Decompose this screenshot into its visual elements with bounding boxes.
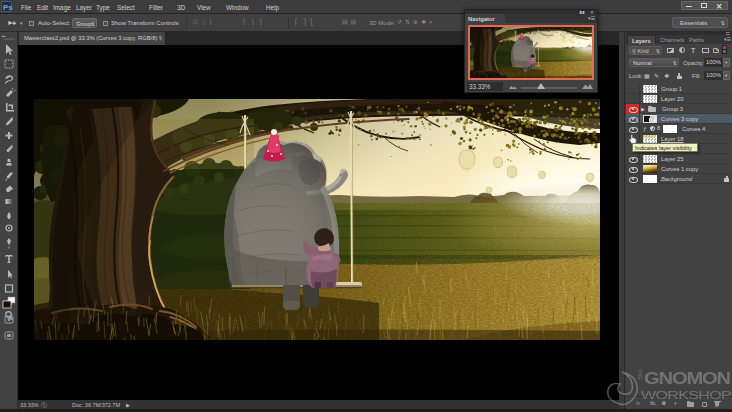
svg-text:GNOMON: GNOMON: [644, 369, 731, 388]
svg-text:THE: THE: [637, 369, 643, 380]
svg-text:WORKSHOP: WORKSHOP: [641, 389, 732, 401]
